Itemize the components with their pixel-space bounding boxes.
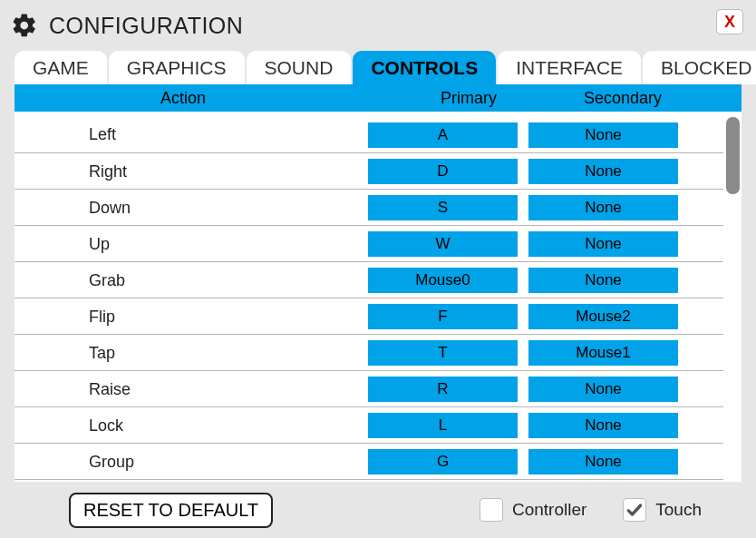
action-label: Raise: [15, 380, 368, 399]
bindings-scroll-area: LeftANoneRightDNoneDownSNoneUpWNoneGrabM…: [15, 112, 741, 482]
action-label: Up: [15, 235, 368, 254]
primary-key-button[interactable]: F: [368, 304, 518, 329]
binding-row: LockLNone: [15, 407, 723, 444]
tab-graphics[interactable]: GRAPHICS: [109, 51, 245, 84]
binding-row: UpWNone: [15, 226, 723, 262]
col-header-primary: Primary: [392, 89, 546, 108]
secondary-key-button[interactable]: None: [528, 377, 678, 402]
primary-key-button[interactable]: A: [368, 122, 518, 148]
secondary-key-button[interactable]: None: [528, 195, 678, 220]
action-label: Lock: [15, 416, 368, 435]
primary-key-button[interactable]: D: [368, 159, 518, 184]
tab-bar: GAMEGRAPHICSSOUNDCONTROLSINTERFACEBLOCKE…: [0, 51, 756, 84]
secondary-key-button[interactable]: Mouse2: [528, 304, 678, 329]
binding-row: RightDNone: [15, 153, 723, 190]
action-label: Group: [15, 453, 368, 472]
bindings-list: LeftANoneRightDNoneDownSNoneUpWNoneGrabM…: [15, 112, 723, 480]
secondary-key-button[interactable]: None: [528, 413, 678, 438]
binding-row: DownSNone: [15, 190, 723, 226]
binding-row: LeftANone: [15, 112, 723, 153]
col-header-secondary: Secondary: [546, 89, 700, 108]
secondary-key-button[interactable]: None: [528, 159, 678, 184]
action-label: Right: [15, 162, 368, 181]
primary-key-button[interactable]: Mouse0: [368, 268, 518, 293]
action-label: Grab: [15, 271, 368, 290]
action-label: Flip: [15, 308, 368, 327]
primary-key-button[interactable]: G: [368, 449, 518, 474]
tab-sound[interactable]: SOUND: [247, 51, 352, 84]
close-button[interactable]: X: [716, 9, 743, 34]
touch-label: Touch: [655, 500, 702, 520]
col-header-action: Action: [29, 89, 392, 108]
tab-blocked[interactable]: BLOCKED: [643, 51, 756, 84]
tab-interface[interactable]: INTERFACE: [498, 51, 641, 84]
config-window: CONFIGURATION X GAMEGRAPHICSSOUNDCONTROL…: [0, 0, 756, 538]
binding-row: GroupGNone: [15, 444, 723, 480]
column-header-row: Action Primary Secondary: [15, 84, 741, 112]
secondary-key-button[interactable]: None: [528, 231, 678, 257]
action-label: Down: [15, 199, 368, 218]
page-title: CONFIGURATION: [49, 13, 243, 39]
action-label: Tap: [15, 344, 368, 363]
binding-row: FlipFMouse2: [15, 298, 723, 335]
binding-row: RaiseRNone: [15, 371, 723, 407]
reset-to-default-button[interactable]: RESET TO DEFAULT: [69, 493, 273, 528]
scrollbar[interactable]: [726, 117, 740, 476]
scrollbar-thumb[interactable]: [726, 117, 740, 194]
secondary-key-button[interactable]: Mouse1: [528, 340, 678, 366]
controller-label: Controller: [512, 500, 586, 520]
tab-controls[interactable]: CONTROLS: [353, 51, 496, 84]
controller-toggle[interactable]: Controller: [480, 498, 586, 522]
primary-key-button[interactable]: T: [368, 340, 518, 366]
titlebar: CONFIGURATION: [0, 0, 756, 45]
secondary-key-button[interactable]: None: [528, 268, 678, 293]
primary-key-button[interactable]: L: [368, 413, 518, 438]
primary-key-button[interactable]: S: [368, 195, 518, 220]
action-label: Left: [15, 125, 368, 144]
tab-game[interactable]: GAME: [15, 51, 107, 84]
secondary-key-button[interactable]: None: [528, 449, 678, 474]
gear-icon: [11, 12, 38, 39]
binding-row: GrabMouse0None: [15, 262, 723, 298]
controller-checkbox[interactable]: [480, 498, 503, 522]
primary-key-button[interactable]: R: [368, 377, 518, 402]
touch-checkbox[interactable]: [623, 498, 646, 522]
binding-row: TapTMouse1: [15, 335, 723, 371]
footer: RESET TO DEFAULT Controller Touch: [0, 482, 756, 538]
touch-toggle[interactable]: Touch: [623, 498, 702, 522]
primary-key-button[interactable]: W: [368, 231, 518, 257]
secondary-key-button[interactable]: None: [528, 122, 678, 148]
